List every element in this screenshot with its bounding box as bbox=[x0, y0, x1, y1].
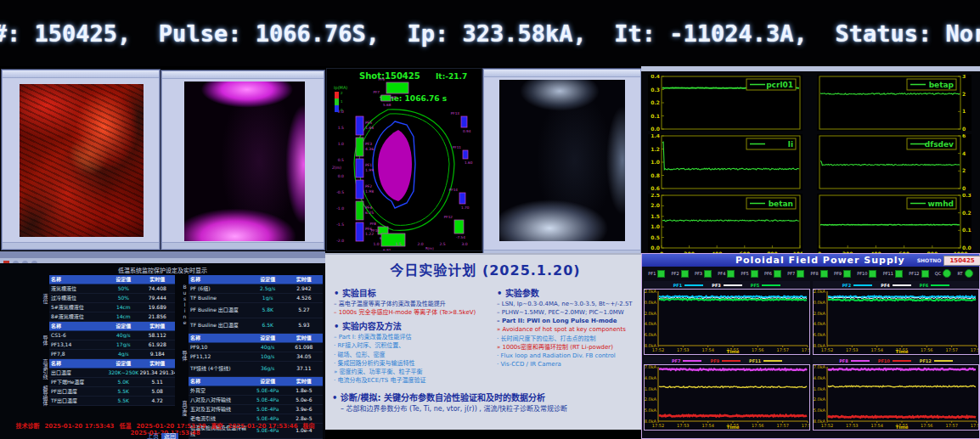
legend-line bbox=[893, 284, 911, 286]
table-row: PF9,1040g/s61.098 bbox=[189, 343, 323, 352]
window-titlebar[interactable] bbox=[3, 70, 159, 78]
svg-text:2.5: 2.5 bbox=[651, 194, 660, 198]
window-titlebar[interactable] bbox=[162, 71, 324, 79]
legend-label: PF5 bbox=[751, 283, 760, 288]
pf-indicator-pf1: PF1 bbox=[648, 270, 665, 278]
slide-bottom-item: – 芯部和边界参数分布 (Te, Ti, ne, vtor, j(r)) , 湍… bbox=[341, 403, 639, 413]
svg-text:0.2: 0.2 bbox=[962, 210, 972, 216]
table-header-row: 名称设定值实时值 bbox=[189, 334, 323, 343]
legend-line bbox=[762, 284, 780, 286]
svg-text:-1.0: -1.0 bbox=[336, 206, 344, 211]
svg-text:1.98: 1.98 bbox=[365, 189, 374, 194]
indicator-lamp bbox=[797, 270, 804, 278]
slide-bullet-item: – Part II: PWI on Long Pulse H-mode bbox=[497, 317, 643, 325]
slide-bullet-item: » 1000s密度和再循环控制 (RT Li-powder) bbox=[497, 343, 643, 352]
shot-status-banner: Shot#: 150425, Pulse: 1066.76S, Ip: 323.… bbox=[0, 0, 980, 66]
param-name: 五对及五对传输线 bbox=[189, 407, 251, 413]
ir-camera-window[interactable] bbox=[2, 70, 160, 250]
svg-text:2.5: 2.5 bbox=[439, 242, 445, 246]
svg-text:-2.0kA: -2.0kA bbox=[814, 397, 826, 402]
ir-camera-image bbox=[20, 84, 144, 237]
legend-label: PF10 bbox=[878, 358, 890, 363]
realtime-value: 21.856 bbox=[140, 314, 175, 320]
table-side-label: 高温引线 超导磁体 bbox=[41, 359, 49, 406]
colorbar-label: Ip(MA) bbox=[334, 85, 347, 91]
svg-text:1: 1 bbox=[962, 108, 966, 114]
set-value: 17g/s bbox=[107, 342, 139, 348]
svg-text:17:54: 17:54 bbox=[701, 347, 713, 352]
svg-text:1.0: 1.0 bbox=[651, 159, 660, 165]
table-row: 五对及五对传输线5.0E-4Pa3.9e-6 bbox=[189, 405, 323, 414]
svg-text:1.0: 1.0 bbox=[651, 223, 660, 229]
legend-label: PF2 bbox=[842, 283, 852, 288]
svg-text:1.2: 1.2 bbox=[651, 146, 660, 152]
svg-text:6.25: 6.25 bbox=[365, 211, 374, 215]
svg-text:17:53: 17:53 bbox=[846, 423, 858, 428]
shotno-label: SHOTNO bbox=[917, 257, 942, 263]
param-name: PF7,8 bbox=[49, 352, 107, 357]
set-value: 5.0E-4Pa bbox=[251, 388, 285, 394]
realtime-value: 4.72 bbox=[140, 398, 175, 404]
realtime-value: 291.34 291.34 bbox=[140, 370, 175, 376]
back-link[interactable]: 返回 bbox=[161, 433, 178, 439]
realtime-value: 5.27 bbox=[285, 307, 323, 313]
slide-bottom-section: • 诊断/模拟: 关键分布参数自洽性验证和及时的数据分析 – 芯部和边界参数分布… bbox=[332, 391, 639, 413]
slide-bullet-item: – Part I: 约束改善及性能评估 bbox=[334, 333, 493, 341]
svg-text:2: 2 bbox=[962, 167, 966, 173]
svg-text:Time: Time bbox=[895, 425, 908, 430]
table-block: 导体名称设定值实时值PF9,1040g/s61.098PF11,1210g/s3… bbox=[180, 334, 323, 377]
column-header: 名称 bbox=[189, 379, 251, 385]
svg-text:17:53: 17:53 bbox=[846, 347, 858, 352]
strip-chart-betan: 2.52.01.51.00.50.002004006008001000betan bbox=[648, 194, 803, 258]
visible-camera-window[interactable] bbox=[161, 70, 324, 250]
indicator-lamp-circle bbox=[943, 269, 951, 278]
pf-chart-legend: PF2PF4PF6 bbox=[813, 281, 979, 289]
window-titlebar[interactable] bbox=[484, 70, 640, 77]
indicator-label: PF6 bbox=[764, 271, 772, 276]
wide-angle-camera-window[interactable] bbox=[483, 69, 641, 257]
realtime-value: 9.184 bbox=[140, 352, 175, 357]
svg-text:-2.0kA: -2.0kA bbox=[645, 311, 657, 316]
svg-text:17:57: 17:57 bbox=[945, 423, 957, 428]
svg-text:1.5: 1.5 bbox=[651, 213, 660, 219]
subsystem-label: 真空 bbox=[211, 423, 223, 430]
legend-line bbox=[931, 284, 949, 286]
pf-indicator-pf9: PF9 bbox=[834, 270, 851, 278]
svg-text:17:52: 17:52 bbox=[821, 347, 833, 352]
pf-chart-legend: PF1PF3PF5 bbox=[644, 281, 810, 289]
legend-item: PF11 bbox=[749, 358, 782, 363]
column-header: 实时值 bbox=[285, 335, 323, 341]
svg-text:0.0: 0.0 bbox=[338, 174, 344, 178]
set-value: 10g/s bbox=[251, 354, 285, 360]
legend-label: PF11 bbox=[749, 358, 761, 363]
legend-item: PF4 bbox=[881, 283, 911, 288]
svg-text:PF8: PF8 bbox=[369, 222, 376, 226]
svg-text:2.0: 2.0 bbox=[417, 242, 423, 246]
column-header: 设定值 bbox=[251, 379, 285, 385]
window-titlebar[interactable] bbox=[641, 66, 980, 71]
svg-text:-0.5: -0.5 bbox=[336, 190, 344, 194]
column-header: 实时值 bbox=[285, 379, 323, 385]
table-header-row: 名称设定值实时值 bbox=[189, 377, 323, 386]
svg-text:1.99: 1.99 bbox=[365, 168, 374, 172]
column-header: 名称 bbox=[49, 324, 107, 329]
prev-page-link[interactable]: 上页 bbox=[147, 433, 159, 439]
param-name: 外真空 bbox=[189, 388, 251, 394]
pf-waveform-chart: 7.0kA4.0kA1.0kA-2.0kA-5.0kA-8.0kA17:5217… bbox=[644, 364, 810, 431]
slide-bullet-item: · Flux loop and Radiation Div. FB contro… bbox=[497, 352, 643, 360]
column-header: 设定值 bbox=[107, 324, 139, 329]
table: 名称设定值实时值PF9,1040g/s61.098PF11,1210g/s34.… bbox=[189, 334, 323, 377]
window-statusbar bbox=[162, 242, 324, 249]
column-header: 实时值 bbox=[140, 277, 175, 283]
legend-item: PF3 bbox=[712, 283, 742, 288]
scrollbar-strip[interactable] bbox=[0, 251, 325, 258]
svg-text:0.94: 0.94 bbox=[463, 129, 471, 133]
svg-text:1.0: 1.0 bbox=[373, 242, 379, 246]
indicator-lamp bbox=[704, 270, 712, 278]
indicator-lamp bbox=[820, 270, 828, 278]
efit-plot: Shot:150425 It:-21.7 time: 1066.76 s Ip(… bbox=[327, 69, 482, 250]
param-name: 八对及八对传输线 bbox=[189, 397, 251, 403]
table-row: TF出口温度5.5K4.72 bbox=[49, 397, 175, 406]
set-value: 14cm bbox=[107, 305, 139, 311]
slide-left-column: • 实验目标– 高电子温度等离子体约束改善及性能提升– 1000s 完全非感应H… bbox=[334, 284, 493, 385]
